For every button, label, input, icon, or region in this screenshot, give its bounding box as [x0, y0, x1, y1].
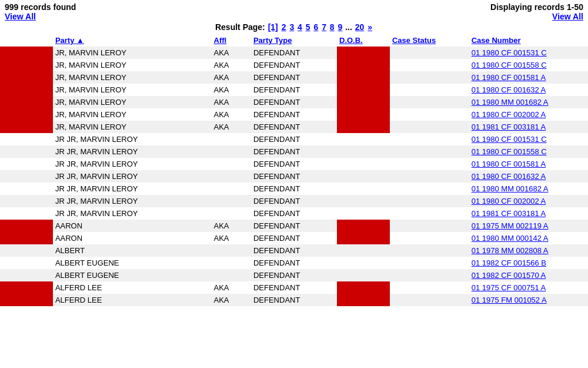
case-number-link[interactable]: 01 1980 CF 002002 A: [472, 197, 546, 205]
col-dob-header[interactable]: D.O.B.: [337, 34, 390, 47]
case-number-link[interactable]: 01 1980 CF 001632 A: [472, 85, 546, 94]
case-status-value: [390, 269, 469, 281]
case-status-sort-link[interactable]: Case Status: [392, 36, 436, 45]
dob-sort-link[interactable]: D.O.B.: [339, 36, 363, 45]
page-7[interactable]: 7: [322, 22, 326, 32]
page-8[interactable]: 8: [330, 22, 335, 32]
case-number-link[interactable]: 01 1975 FM 001052 A: [472, 296, 547, 304]
case-number-link[interactable]: 01 1980 MM 001682 A: [472, 184, 549, 193]
case-number-value[interactable]: 01 1980 CF 001581 A: [469, 158, 588, 170]
col-party-header[interactable]: Party ▲: [53, 34, 212, 47]
page-1[interactable]: [1]: [268, 22, 278, 32]
row-indicator: [0, 269, 53, 281]
party-type-value: DEFENDANT: [251, 96, 337, 108]
page-9[interactable]: 9: [338, 22, 343, 32]
page-6[interactable]: 6: [313, 22, 318, 32]
case-status-value: [390, 96, 469, 108]
case-number-link[interactable]: 01 1980 CF 001531 C: [472, 48, 547, 57]
case-number-value[interactable]: 01 1980 CF 001632 A: [469, 170, 588, 183]
party-type-sort-link[interactable]: Party Type: [253, 36, 292, 45]
case-number-link[interactable]: 01 1982 CF 001570 A: [472, 271, 546, 280]
party-type-value: DEFENDANT: [251, 294, 337, 306]
page-next[interactable]: »: [368, 22, 372, 32]
affl-value: AKA: [212, 108, 251, 121]
case-number-link[interactable]: 01 1975 CF 000751 A: [472, 283, 546, 292]
case-number-link[interactable]: 01 1981 CF 003181 A: [472, 209, 546, 218]
page-4[interactable]: 4: [298, 22, 302, 32]
case-number-value[interactable]: 01 1980 CF 002002 A: [469, 108, 588, 121]
case-number-link[interactable]: 01 1980 CF 001581 A: [472, 73, 546, 82]
case-number-value[interactable]: 01 1980 MM 001682 A: [469, 96, 588, 108]
case-number-value[interactable]: 01 1980 CF 001558 C: [469, 59, 588, 71]
dob-value: [337, 207, 390, 220]
case-number-value[interactable]: 01 1978 MM 002808 A: [469, 244, 588, 257]
case-number-link[interactable]: 01 1978 MM 002808 A: [472, 246, 549, 255]
case-number-value[interactable]: 01 1980 CF 001581 A: [469, 71, 588, 84]
party-type-value: DEFENDANT: [251, 269, 337, 281]
case-number-value[interactable]: 01 1975 FM 001052 A: [469, 294, 588, 306]
case-number-value[interactable]: 01 1982 CF 001570 A: [469, 269, 588, 281]
case-number-link[interactable]: 01 1980 CF 001632 A: [472, 172, 546, 181]
case-number-link[interactable]: 01 1980 CF 001558 C: [472, 147, 547, 156]
case-number-value[interactable]: 01 1980 CF 001531 C: [469, 133, 588, 145]
case-number-link[interactable]: 01 1980 MM 000142 A: [472, 234, 549, 243]
row-indicator: [0, 84, 53, 96]
case-number-link[interactable]: 01 1980 CF 001581 A: [472, 160, 546, 168]
row-indicator: [0, 294, 53, 306]
case-number-value[interactable]: 01 1980 MM 000142 A: [469, 232, 588, 244]
col-case-header[interactable]: Case Number: [469, 34, 588, 47]
case-number-value[interactable]: 01 1980 MM 001682 A: [469, 183, 588, 195]
col-partytype-header[interactable]: Party Type: [251, 34, 337, 47]
case-number-value[interactable]: 01 1975 MM 002119 A: [469, 220, 588, 232]
row-indicator: [0, 71, 53, 84]
party-name: JR JR, MARVIN LEROY: [53, 170, 212, 183]
party-name: JR, MARVIN LEROY: [53, 47, 212, 59]
case-status-value: [390, 244, 469, 257]
case-number-value[interactable]: 01 1980 CF 001632 A: [469, 84, 588, 96]
case-number-value[interactable]: 01 1975 CF 000751 A: [469, 281, 588, 294]
case-number-value[interactable]: 01 1980 CF 001558 C: [469, 145, 588, 158]
view-all-link-right[interactable]: View All: [490, 12, 583, 21]
page-20[interactable]: 20: [355, 22, 365, 32]
result-page-label: Result Page:: [215, 22, 265, 32]
case-number-link[interactable]: 01 1980 CF 002002 A: [472, 110, 546, 119]
dob-value: [337, 294, 390, 306]
case-number-link[interactable]: 01 1975 MM 002119 A: [472, 221, 549, 230]
case-number-sort-link[interactable]: Case Number: [472, 36, 521, 45]
affl-value: [212, 145, 251, 158]
case-number-link[interactable]: 01 1982 CF 001566 B: [472, 258, 546, 267]
table-row: JR JR, MARVIN LEROYDEFENDANT01 1980 MM 0…: [0, 183, 588, 195]
party-type-value: DEFENDANT: [251, 170, 337, 183]
case-number-value[interactable]: 01 1982 CF 001566 B: [469, 257, 588, 269]
party-type-value: DEFENDANT: [251, 220, 337, 232]
table-row: AARONAKADEFENDANT01 1975 MM 002119 A: [0, 220, 588, 232]
case-number-link[interactable]: 01 1980 CF 001531 C: [472, 135, 547, 144]
case-number-value[interactable]: 01 1981 CF 003181 A: [469, 121, 588, 133]
case-number-link[interactable]: 01 1981 CF 003181 A: [472, 122, 546, 131]
page-3[interactable]: 3: [289, 22, 294, 32]
dob-value: [337, 158, 390, 170]
case-status-value: [390, 145, 469, 158]
table-row: ALFERD LEEAKADEFENDANT01 1975 CF 000751 …: [0, 281, 588, 294]
party-type-value: DEFENDANT: [251, 158, 337, 170]
case-number-value[interactable]: 01 1981 CF 003181 A: [469, 207, 588, 220]
case-status-value: [390, 71, 469, 84]
case-number-value[interactable]: 01 1980 CF 001531 C: [469, 47, 588, 59]
row-indicator: [0, 145, 53, 158]
page-2[interactable]: 2: [282, 22, 286, 32]
case-number-link[interactable]: 01 1980 MM 001682 A: [472, 98, 549, 107]
dob-value: [337, 96, 390, 108]
displaying-records: Displaying records 1-50: [490, 2, 583, 12]
party-sort-link[interactable]: Party ▲: [55, 36, 84, 45]
party-name: JR, MARVIN LEROY: [53, 84, 212, 96]
dob-value: [337, 170, 390, 183]
row-indicator: [0, 121, 53, 133]
case-number-value[interactable]: 01 1980 CF 002002 A: [469, 195, 588, 207]
col-status-header[interactable]: Case Status: [390, 34, 469, 47]
row-indicator: [0, 220, 53, 232]
affl-value: [212, 257, 251, 269]
case-number-link[interactable]: 01 1980 CF 001558 C: [472, 61, 547, 69]
row-indicator: [0, 207, 53, 220]
page-5[interactable]: 5: [306, 22, 310, 32]
view-all-link-left[interactable]: View All: [5, 12, 76, 21]
